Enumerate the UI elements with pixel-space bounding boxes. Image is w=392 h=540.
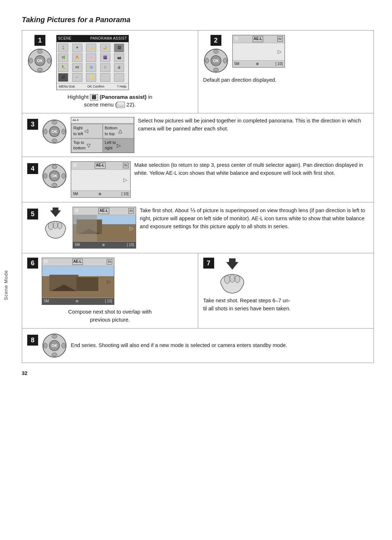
svg-point-26 <box>44 173 47 178</box>
menu-icon: ⚙️ <box>86 63 96 72</box>
svg-point-19 <box>44 129 47 134</box>
step-8-cell: 8 OK End series. Shooting will also end … <box>22 329 292 363</box>
menu-icon: □ <box>100 63 110 72</box>
svg-text:OK: OK <box>52 129 58 134</box>
step-1-badge: 1 <box>34 35 45 46</box>
step-6-screen: ⬜ AE-L IN ▷ 5M <box>42 258 114 305</box>
step-4-badge: 4 <box>27 163 38 174</box>
pan-direction-box: Ae-fl Rightto left ◁ Bottomto top △ Top … <box>71 117 134 153</box>
page-number: 32 <box>22 370 374 377</box>
multi-selector-8: OK <box>42 333 67 358</box>
page-title: Taking Pictures for a Panorama <box>22 15 374 25</box>
svg-point-42 <box>52 353 57 356</box>
menu-icon: 🖨 <box>114 63 124 72</box>
menu-icon: 🌙 <box>86 44 96 52</box>
svg-point-24 <box>52 165 57 169</box>
row-3: 3 OK Ae-fl <box>22 113 373 157</box>
in-badge-6: IN <box>107 259 112 265</box>
menu-icon: 🖼 <box>114 44 124 52</box>
row-5: 5 ⬜ AE-L <box>22 202 373 253</box>
screen-icon-5: ⬜ <box>75 208 79 214</box>
svg-point-17 <box>52 121 57 124</box>
svg-point-30 <box>48 222 53 230</box>
ae-l-badge-4: AE-L <box>95 162 105 169</box>
svg-text:OK: OK <box>37 59 43 63</box>
in-badge-4: IN <box>123 163 128 168</box>
step-8-desc: End series. Shooting will also end if a … <box>71 342 287 350</box>
step-7-cell: 7 Take next shot. Repeat step <box>198 253 374 328</box>
pan-ae-label: Ae-fl <box>73 118 78 122</box>
screen-5m-6: 5M <box>44 299 49 304</box>
menu-exit-label: MENU Exit <box>59 84 75 89</box>
step-2-caption: Default pan direction displayed. <box>203 76 277 109</box>
pan-top-bottom: Top tobottom ▽ <box>71 138 103 153</box>
screen-10-4: [ 10] <box>122 192 128 197</box>
instruction-grid: 1 OK <box>22 30 374 363</box>
step-4-screen: ⬜ AE-L IN ▷ 5M ⊕ [ 10] <box>71 161 131 198</box>
menu-icon: 🌟 <box>86 73 96 82</box>
svg-point-44 <box>62 343 65 348</box>
screen-icon: ⬜ <box>234 36 239 42</box>
screen-icon2-5: ⊕ <box>102 242 105 248</box>
menu-icon: 🌆 <box>100 53 110 62</box>
shutter-illus-7 <box>218 258 247 294</box>
shutter-illus-5 <box>42 207 69 239</box>
ae-l-badge-5: AE-L <box>98 208 109 214</box>
svg-point-13 <box>223 58 227 63</box>
menu-icon: 🔥 <box>72 53 82 62</box>
menu-icon: 🍽 <box>72 63 82 72</box>
svg-point-5 <box>29 58 33 63</box>
screen-5m: 5M <box>234 61 240 67</box>
step-2-badge: 2 <box>211 35 221 46</box>
row-8: 8 OK End series. Shooting will also end … <box>22 329 373 363</box>
menu-icon: 🦜 <box>58 63 68 72</box>
svg-point-41 <box>52 335 57 338</box>
row-67: 6 ⬜ AE-L IN <box>22 253 373 329</box>
in-badge-5: IN <box>128 208 134 214</box>
ae-l-badge-6: AE-L <box>72 259 83 265</box>
svg-point-31 <box>53 221 58 229</box>
svg-point-35 <box>224 275 230 283</box>
screen-icon2-6: ⊕ <box>75 299 78 304</box>
menu-help-label: ? Help <box>117 84 126 89</box>
menu-icon: 🚶 <box>58 44 68 52</box>
step-5-screen: ⬜ AE-L IN ▷ 5M <box>73 207 136 249</box>
arrow-right-icon: ▷ <box>278 48 282 55</box>
menu-icon: ← <box>72 73 82 82</box>
svg-point-25 <box>52 183 57 187</box>
svg-point-10 <box>213 50 219 53</box>
step-1-caption: Highlight ⬛ (Panorama assist) in scene m… <box>27 93 193 109</box>
menu-icon: 🌸 <box>86 53 96 62</box>
step-6-caption: Compose next shot to overlap with previo… <box>27 308 193 324</box>
screen-icon-4: ⬜ <box>73 163 77 168</box>
svg-marker-28 <box>50 207 61 217</box>
svg-point-11 <box>213 68 219 72</box>
step-3-cell: 3 OK Ae-fl <box>22 113 373 157</box>
step-3-desc: Select how pictures will be joined toget… <box>138 117 368 133</box>
step-7-caption: Take next shot. Repeat steps 6–7 un- til… <box>203 297 291 313</box>
screen-icon-6: ⬜ <box>44 259 48 265</box>
step-6-badge: 6 <box>27 258 38 269</box>
screen-5m-5: 5M <box>75 242 80 248</box>
screen-5m-4: 5M <box>73 192 78 197</box>
screen-10-5: [ 10] <box>127 242 134 248</box>
svg-point-12 <box>205 58 209 63</box>
step-4-desc: Make selection (to return to step 3, pre… <box>134 161 368 177</box>
step-7-badge: 7 <box>203 258 214 269</box>
step-5-badge: 5 <box>27 209 38 219</box>
screen-icon2-4: ⊕ <box>98 192 101 197</box>
pan-bottom-top: Bottomto top △ <box>103 124 134 138</box>
step-4-cell: 4 OK ⬜ AE-L IN <box>22 157 373 202</box>
menu-icon: 🤳 <box>100 44 110 52</box>
svg-point-32 <box>58 222 62 229</box>
svg-point-20 <box>62 129 65 134</box>
ae-l-badge: AE-L <box>253 36 263 42</box>
panorama-menu: SCENE PANORAMA ASSIST 🚶 ✈ 🌙 🤳 🖼 🌿 🔥 <box>56 35 129 90</box>
pan-right-left: Rightto left ◁ <box>71 124 103 138</box>
menu-confirm-label: OK Confirm <box>87 84 104 89</box>
step-1-cell: 1 OK <box>22 31 198 113</box>
step-5-desc: Take first shot. About ⅓ of picture is s… <box>140 207 368 230</box>
step-5-cell: 5 ⬜ AE-L <box>22 202 373 253</box>
svg-point-3 <box>37 50 42 53</box>
step-8-badge: 8 <box>27 335 38 346</box>
